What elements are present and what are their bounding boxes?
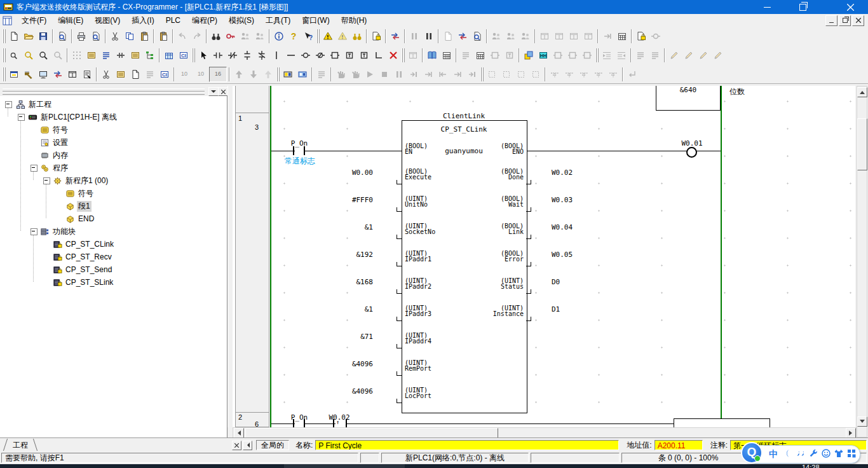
tree-item-project[interactable]: 新工程 — [0, 99, 53, 110]
print-preview-button[interactable] — [88, 29, 103, 43]
io-table-button[interactable] — [439, 48, 454, 62]
tree-item-memory[interactable]: 内存 — [0, 149, 69, 161]
new-closed-coil-button[interactable] — [313, 48, 327, 62]
program-verify-button[interactable] — [470, 29, 484, 43]
menu-tools[interactable]: 工具(T) — [260, 14, 296, 27]
close-button[interactable] — [832, 0, 868, 14]
ime-toolbox-icon[interactable] — [846, 448, 857, 458]
new-contact-button[interactable] — [210, 48, 225, 62]
ime-emoji-icon[interactable] — [821, 448, 831, 458]
verify-button[interactable] — [261, 67, 275, 81]
io-comment-button[interactable] — [157, 67, 172, 81]
context-help-button[interactable] — [301, 29, 315, 43]
fb-operand[interactable]: &4096 — [309, 360, 373, 368]
symbol-table-button[interactable] — [113, 67, 128, 81]
aux-1-button[interactable] — [550, 48, 565, 62]
toolbar-grip[interactable] — [400, 48, 405, 62]
contact-label[interactable]: P_On — [285, 413, 313, 422]
transfer-check-button[interactable] — [388, 29, 402, 43]
undo-button[interactable] — [175, 29, 189, 43]
window-split-2-button[interactable] — [552, 29, 566, 43]
pen-2-button[interactable] — [681, 48, 696, 62]
fb-operand[interactable]: W0.03 — [552, 196, 573, 204]
tree-item-end[interactable]: END — [0, 213, 95, 224]
ime-punctuation-icon[interactable] — [796, 448, 806, 458]
project-panel-dock-bar[interactable] — [0, 86, 227, 97]
list-b-button[interactable] — [648, 48, 662, 62]
continuous-step-button[interactable] — [450, 67, 465, 81]
tree-item-plc[interactable]: 新PLC1[CP1H-E] 离线 — [0, 111, 118, 123]
diff-monitor-4-button[interactable] — [591, 67, 606, 81]
scroll-left-button[interactable] — [234, 428, 244, 438]
diff-monitor-3-button[interactable] — [576, 67, 591, 81]
ladder-editor[interactable]: 1 3 2 6 &640 位数 P_On 常通标志 W0.01 ClientLi… — [233, 86, 855, 427]
download-button[interactable] — [246, 67, 261, 81]
monitor-2-button[interactable] — [503, 29, 518, 43]
save-button[interactable] — [36, 29, 50, 43]
comment-instruction-button[interactable] — [176, 48, 191, 62]
help-button[interactable] — [286, 29, 301, 43]
run-button[interactable] — [362, 67, 377, 81]
zoom-fit-button[interactable] — [50, 48, 65, 62]
taskbar-app-button[interactable] — [284, 464, 405, 468]
horizontal-line-button[interactable] — [283, 48, 298, 62]
new-coil-button[interactable] — [298, 48, 313, 62]
scroll-down-button[interactable] — [857, 416, 867, 427]
toolbar-grip[interactable] — [191, 48, 196, 62]
new-instruction-button[interactable] — [327, 48, 342, 62]
fb-operand[interactable]: W0.02 — [552, 169, 573, 177]
symbol-list-button[interactable] — [128, 48, 142, 62]
horizontal-scrollbar[interactable] — [233, 427, 857, 438]
select-mode-button[interactable] — [196, 48, 210, 62]
new-fb-parameter-button[interactable] — [356, 48, 371, 62]
list-a-button[interactable] — [633, 48, 648, 62]
force-off-button[interactable] — [499, 67, 513, 81]
tree-item-fb-slink[interactable]: CP_ST_SLink — [0, 277, 114, 288]
panel-menu-button[interactable] — [208, 87, 219, 96]
program-doc-button[interactable] — [440, 29, 455, 43]
find-button[interactable] — [208, 29, 223, 43]
tree-item-fb-send[interactable]: CP_ST_Send — [0, 264, 113, 275]
open-button[interactable] — [21, 29, 36, 43]
menu-program[interactable]: 编程(P) — [186, 14, 223, 27]
watch-1-button[interactable] — [458, 48, 473, 62]
line-connect-button[interactable] — [371, 48, 386, 62]
force-cancel-button[interactable] — [513, 67, 528, 81]
tree-item-programs[interactable]: 程序 — [0, 162, 69, 174]
menu-window[interactable]: 窗口(W) — [296, 14, 335, 27]
new-fb-invocation-button[interactable] — [342, 48, 356, 62]
build-button[interactable] — [21, 67, 36, 81]
fb-library-button[interactable] — [405, 48, 420, 62]
menu-edit[interactable]: 编辑(E) — [52, 14, 89, 27]
monitor-window-button[interactable] — [36, 67, 50, 81]
tree-item-new-program[interactable]: 新程序1 (00) — [0, 175, 109, 186]
scan-run-button[interactable] — [465, 67, 479, 81]
tree-item-fb-recv[interactable]: CP_ST_Recv — [0, 251, 113, 263]
output-coil[interactable] — [686, 147, 697, 158]
fb-operand[interactable]: &4096 — [309, 387, 373, 396]
zoom-out-button[interactable] — [6, 48, 21, 62]
step-run-button[interactable] — [600, 29, 614, 43]
diff-monitor-2-button[interactable] — [562, 67, 576, 81]
save-check-button[interactable] — [369, 29, 383, 43]
symbol-name-field[interactable]: P First Cycle — [315, 440, 619, 450]
info-button[interactable] — [271, 29, 286, 43]
scroll-right-button[interactable] — [846, 428, 856, 438]
cut-button[interactable] — [107, 29, 122, 43]
time-chart-button[interactable] — [614, 29, 629, 43]
work-online-button[interactable] — [280, 67, 295, 81]
change-address-button[interactable] — [252, 29, 267, 43]
restore-button[interactable] — [788, 0, 817, 14]
ime-wrench-icon[interactable] — [808, 448, 818, 458]
fb-operand[interactable]: &1 — [309, 305, 373, 313]
fb-operand[interactable]: &71 — [309, 333, 373, 341]
aux-3-button[interactable] — [580, 48, 594, 62]
online-compile-button[interactable] — [335, 29, 349, 43]
monitor-10-button[interactable]: 10 — [176, 67, 193, 81]
new-or-contact-button[interactable] — [240, 48, 254, 62]
fb-operand[interactable]: &192 — [309, 251, 373, 259]
monitor-1-button[interactable] — [489, 29, 503, 43]
fb-source-button[interactable] — [128, 67, 142, 81]
tree-item-function-blocks[interactable]: 功能块 — [0, 226, 77, 237]
properties-button[interactable] — [79, 67, 94, 81]
